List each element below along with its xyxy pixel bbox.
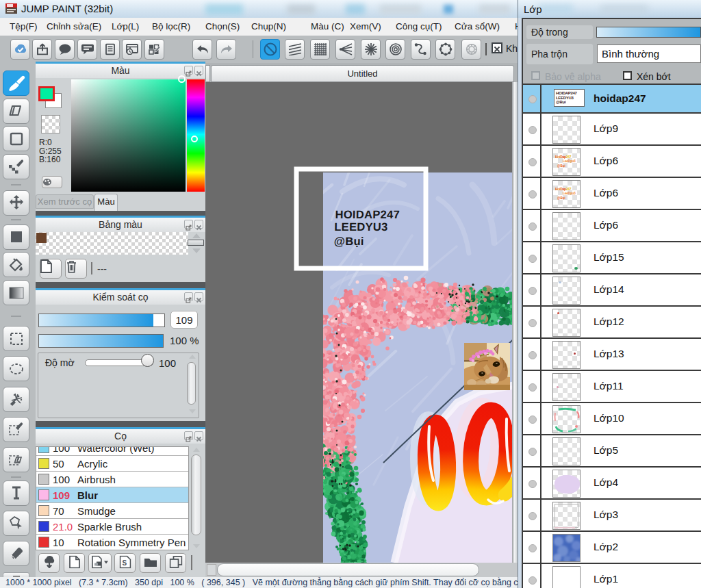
svg-text:@Bụi: @Bụi [334,235,364,247]
svg-text:HOIDAP247: HOIDAP247 [335,208,400,220]
svg-text:LEEDYU3: LEEDYU3 [334,220,388,233]
svg-text:S: S [122,559,127,566]
